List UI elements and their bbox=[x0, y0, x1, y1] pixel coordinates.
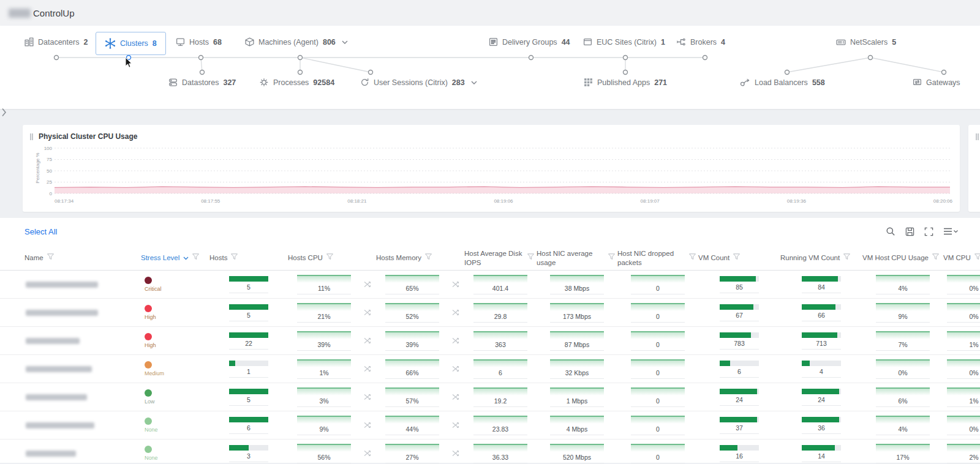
nav-item-user-sessions-citrix[interactable]: User Sessions (Citrix) 283 bbox=[360, 78, 477, 87]
metric-bar-cell: 16 bbox=[720, 445, 759, 462]
nav-item-datastores[interactable]: Datastores 327 bbox=[168, 78, 236, 87]
filter-icon[interactable] bbox=[689, 253, 696, 262]
table-row[interactable]: High 22 39% 39% 363 87 Mbps 0 bbox=[0, 327, 980, 355]
metric-gradient-cell: 1% bbox=[297, 359, 351, 379]
metric-value: 0 bbox=[631, 369, 685, 379]
metric-bar-cell: 6 bbox=[720, 361, 759, 378]
metric-value: 38 Mbps bbox=[550, 285, 604, 294]
metric-bar-cell: 5 bbox=[229, 389, 268, 406]
column-header-hosts-cpu[interactable]: Hosts CPU bbox=[288, 253, 360, 262]
table-row[interactable]: High 5 21% 52% 29.8 173 Mbps 0 bbox=[0, 299, 980, 327]
stress-dot bbox=[145, 277, 152, 284]
filter-icon[interactable] bbox=[47, 253, 54, 262]
cube-icon bbox=[245, 37, 254, 47]
filter-icon[interactable] bbox=[733, 253, 740, 262]
nav-item-delivery-groups[interactable]: Delivery Groups 44 bbox=[489, 37, 570, 47]
svg-text:0: 0 bbox=[50, 191, 53, 196]
metric-gradient-cell: 87 Mbps bbox=[550, 331, 604, 351]
metric-bar-cell: 5 bbox=[229, 304, 268, 321]
app-title: ControlUp bbox=[33, 8, 75, 18]
stress-label: None bbox=[145, 455, 158, 461]
stress-dot bbox=[145, 389, 152, 397]
filter-icon[interactable] bbox=[608, 253, 615, 262]
column-header-hosts[interactable]: Hosts bbox=[209, 253, 288, 262]
building-icon bbox=[24, 37, 34, 47]
redacted-logo bbox=[9, 9, 31, 18]
filter-icon[interactable] bbox=[326, 253, 333, 262]
filter-icon[interactable] bbox=[843, 253, 850, 262]
filter-icon[interactable] bbox=[425, 253, 432, 262]
panel-collapse-toggle[interactable] bbox=[1, 108, 7, 119]
search-icon[interactable] bbox=[886, 226, 895, 236]
filter-icon[interactable] bbox=[527, 253, 534, 262]
table-row[interactable]: Critical 5 11% 65% 401.4 38 Mbps 0 bbox=[0, 271, 980, 299]
metric-bar-cell: 3 bbox=[229, 445, 268, 462]
chevron-down-icon bbox=[471, 81, 477, 84]
metric-value: 57% bbox=[385, 397, 439, 407]
metric-value: 5 bbox=[229, 312, 268, 321]
nav-item-gateways[interactable]: Gateways bbox=[913, 78, 965, 87]
metric-value: 39% bbox=[297, 341, 351, 351]
column-header-stress-level[interactable]: Stress Level bbox=[141, 253, 209, 262]
nav-item-processes[interactable]: Processes 92584 bbox=[259, 78, 334, 87]
metric-value: 6 bbox=[720, 368, 759, 378]
metric-value: 4 bbox=[802, 368, 841, 378]
filter-icon[interactable] bbox=[192, 253, 199, 262]
redacted-name bbox=[26, 338, 80, 344]
compare-icon bbox=[452, 450, 461, 457]
compare-icon bbox=[452, 394, 461, 400]
metric-value: 4% bbox=[876, 425, 930, 435]
metric-value: 23.83 bbox=[473, 425, 527, 435]
column-header-vm-count[interactable]: VM Count bbox=[698, 253, 780, 262]
metric-gradient-cell: 363 bbox=[473, 331, 527, 351]
stress-label: Low bbox=[145, 399, 155, 405]
x-tick-label: 08:17:55 bbox=[201, 198, 220, 204]
metric-value: 24 bbox=[720, 396, 759, 406]
metric-value: 39% bbox=[385, 341, 439, 351]
nav-item-load-balancers[interactable]: Load Balancers 558 bbox=[740, 78, 825, 87]
table-row[interactable]: Low 5 3% 57% 19.2 1 Mbps 0 bbox=[0, 383, 980, 411]
metric-value: 6% bbox=[876, 397, 930, 407]
column-header-host-nic-dropped-packets[interactable]: Host NIC dropped packets bbox=[617, 249, 698, 267]
column-header-name[interactable]: Name bbox=[24, 253, 141, 262]
metric-value: 67 bbox=[720, 312, 759, 321]
column-header-vm-cpu[interactable]: VM CPU bbox=[943, 253, 980, 262]
column-header-vm-host-cpu-usage[interactable]: VM Host CPU Usage bbox=[862, 253, 943, 262]
metric-bar-cell: 66 bbox=[802, 304, 841, 321]
metric-gradient-cell: 39% bbox=[297, 331, 351, 351]
metric-value: 6 bbox=[473, 369, 527, 379]
nav-item-brokers[interactable]: Brokers 4 bbox=[677, 37, 725, 47]
metric-value: 36 bbox=[802, 424, 841, 434]
column-header-running-vm-count[interactable]: Running VM Count bbox=[780, 253, 862, 262]
filter-icon[interactable] bbox=[231, 253, 238, 262]
filter-icon[interactable] bbox=[932, 253, 939, 262]
nav-item-published-apps[interactable]: Published Apps 271 bbox=[584, 78, 667, 87]
column-header-host-nic-average-usage[interactable]: Host NIC average usage bbox=[537, 249, 617, 267]
nav-item-euc-sites-citrix[interactable]: EUC Sites (Citrix) 1 bbox=[583, 37, 665, 47]
nav-item-machines-agent[interactable]: Machines (Agent) 806 bbox=[245, 37, 348, 47]
fullscreen-icon[interactable] bbox=[924, 227, 933, 236]
metric-value: 0 bbox=[631, 397, 685, 407]
table-row[interactable]: Medium 1 1% 66% 6 32 Kbps 0 bbox=[0, 355, 980, 383]
column-header-hosts-memory[interactable]: Hosts Memory bbox=[376, 253, 448, 262]
metric-bar-cell: 24 bbox=[720, 389, 759, 406]
table-header-row: Name Stress Level Hosts Hosts CPU Hosts … bbox=[0, 246, 980, 271]
filter-icon[interactable] bbox=[974, 253, 980, 262]
list-view-icon[interactable] bbox=[943, 227, 958, 236]
nav-item-hosts[interactable]: Hosts 68 bbox=[176, 37, 222, 47]
column-header-host-average-disk-iops[interactable]: Host Average Disk IOPS bbox=[464, 249, 537, 267]
select-all-link[interactable]: Select All bbox=[24, 227, 57, 236]
chevron-down-icon bbox=[342, 40, 348, 44]
nav-item-clusters[interactable]: Clusters 8 bbox=[96, 32, 166, 55]
compare-icon bbox=[364, 365, 372, 372]
nav-item-datacenters[interactable]: Datacenters 2 bbox=[24, 37, 88, 47]
table-row[interactable]: None 3 56% 27% 36.33 520 Mbps 0 bbox=[0, 440, 980, 464]
metric-gradient-cell: 0 bbox=[631, 303, 685, 323]
compare-icon bbox=[452, 337, 461, 344]
compare-icon bbox=[452, 309, 461, 316]
nav-item-netscalers[interactable]: NetScalers 5 bbox=[836, 37, 896, 47]
metric-bar-cell: 67 bbox=[720, 304, 759, 321]
save-icon[interactable] bbox=[905, 227, 914, 236]
metric-value: 36.33 bbox=[473, 454, 527, 463]
table-row[interactable]: None 6 9% 44% 23.83 4 Mbps 0 bbox=[0, 411, 980, 440]
